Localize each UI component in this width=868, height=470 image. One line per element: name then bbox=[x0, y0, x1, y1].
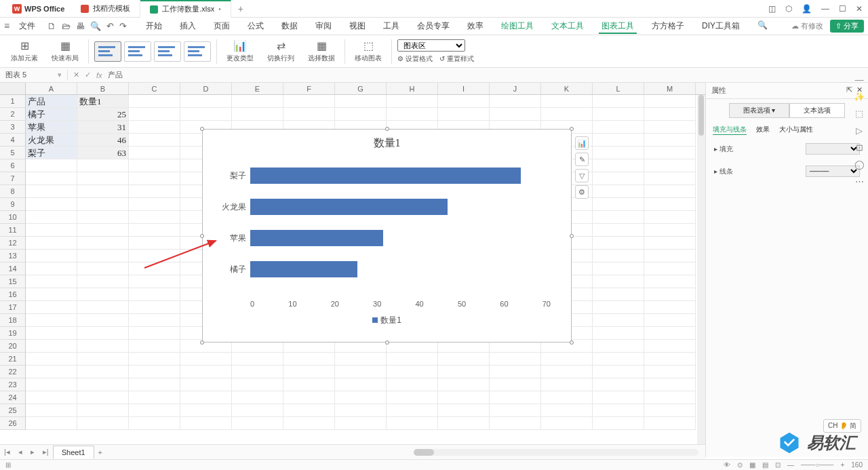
undo-icon[interactable]: ↶ bbox=[106, 21, 114, 31]
cell[interactable] bbox=[77, 301, 129, 314]
cell[interactable] bbox=[593, 159, 644, 172]
cell[interactable] bbox=[26, 288, 77, 301]
row-header[interactable]: 15 bbox=[0, 275, 25, 288]
vertical-scrollbar[interactable] bbox=[697, 95, 705, 457]
row-header[interactable]: 7 bbox=[0, 172, 25, 185]
cell[interactable] bbox=[77, 288, 129, 301]
zoom-slider[interactable]: ───○─── bbox=[801, 461, 834, 469]
chart-settings-icon[interactable]: ⚙ bbox=[575, 185, 589, 199]
row-header[interactable]: 17 bbox=[0, 301, 25, 314]
col-header[interactable]: E bbox=[232, 83, 283, 94]
menu-formula[interactable]: 公式 bbox=[245, 19, 267, 34]
cell[interactable] bbox=[490, 391, 541, 404]
row-header[interactable]: 21 bbox=[0, 353, 25, 366]
cell[interactable] bbox=[77, 250, 129, 262]
cell[interactable] bbox=[593, 327, 644, 340]
new-tab-button[interactable]: + bbox=[231, 3, 250, 14]
cell[interactable] bbox=[77, 275, 129, 288]
cell[interactable] bbox=[387, 366, 438, 378]
cell[interactable] bbox=[387, 108, 438, 121]
menu-ffgz[interactable]: 方方格子 bbox=[649, 19, 687, 34]
tab-template[interactable]: 找稻壳模板 bbox=[71, 0, 140, 18]
cell[interactable] bbox=[644, 185, 696, 198]
resize-handle[interactable] bbox=[570, 340, 574, 345]
chart-element-select[interactable]: 图表区 bbox=[397, 39, 465, 52]
cell[interactable] bbox=[232, 391, 283, 404]
cell[interactable] bbox=[644, 404, 696, 417]
cell[interactable] bbox=[232, 108, 283, 121]
cell[interactable] bbox=[644, 159, 696, 172]
cell[interactable] bbox=[129, 172, 180, 185]
cell[interactable] bbox=[438, 391, 490, 404]
row-header[interactable]: 3 bbox=[0, 121, 25, 134]
row-header[interactable]: 25 bbox=[0, 404, 25, 417]
cell[interactable]: 苹果 bbox=[26, 121, 77, 134]
cell[interactable] bbox=[77, 211, 129, 224]
cell[interactable] bbox=[232, 404, 283, 417]
resize-handle[interactable] bbox=[570, 234, 574, 238]
chart-bar[interactable] bbox=[250, 230, 383, 246]
menu-view[interactable]: 视图 bbox=[347, 19, 368, 34]
layout-icon[interactable]: ◫ bbox=[768, 4, 776, 14]
cell[interactable] bbox=[129, 146, 180, 159]
row-header[interactable]: 2 bbox=[0, 108, 25, 121]
col-header[interactable]: D bbox=[180, 83, 232, 94]
subtab-fill-line[interactable]: 填充与线条 bbox=[713, 125, 747, 135]
cloud-status[interactable]: ☁ 有修改 bbox=[791, 21, 823, 31]
sidebar-play-icon[interactable]: ▷ bbox=[856, 125, 863, 136]
cell[interactable] bbox=[129, 275, 180, 288]
chart-filters-icon[interactable]: ▽ bbox=[575, 169, 589, 182]
cell[interactable] bbox=[129, 314, 180, 327]
cell[interactable] bbox=[490, 95, 541, 108]
sheet-nav-prev[interactable]: ◂ bbox=[14, 448, 26, 456]
cell[interactable] bbox=[129, 340, 180, 353]
cell[interactable] bbox=[335, 353, 387, 366]
cell[interactable] bbox=[129, 250, 180, 262]
row-header[interactable]: 9 bbox=[0, 198, 25, 211]
cell[interactable] bbox=[644, 198, 696, 211]
cell[interactable] bbox=[644, 366, 696, 378]
cell[interactable] bbox=[26, 301, 77, 314]
cell[interactable] bbox=[644, 262, 696, 275]
cell[interactable] bbox=[180, 391, 232, 404]
row-header[interactable]: 19 bbox=[0, 327, 25, 340]
row-header[interactable]: 23 bbox=[0, 378, 25, 391]
cell[interactable] bbox=[644, 95, 696, 108]
chart-legend[interactable]: 数量1 bbox=[203, 315, 571, 326]
cell[interactable] bbox=[438, 404, 490, 417]
cell[interactable] bbox=[77, 262, 129, 275]
menu-review[interactable]: 审阅 bbox=[313, 19, 334, 34]
view-target-icon[interactable]: ⊙ bbox=[737, 461, 743, 469]
cell[interactable] bbox=[26, 353, 77, 366]
cell[interactable]: 橘子 bbox=[26, 108, 77, 121]
cell[interactable] bbox=[180, 417, 232, 430]
cell[interactable] bbox=[129, 95, 180, 108]
cell[interactable] bbox=[541, 108, 593, 121]
cell[interactable] bbox=[644, 172, 696, 185]
cell[interactable] bbox=[387, 404, 438, 417]
col-header[interactable]: M bbox=[644, 83, 696, 94]
preset-3[interactable] bbox=[154, 41, 181, 62]
menu-efficiency[interactable]: 效率 bbox=[465, 19, 486, 34]
cell[interactable] bbox=[593, 237, 644, 250]
row-header[interactable]: 20 bbox=[0, 340, 25, 353]
menu-tools[interactable]: 工具 bbox=[380, 19, 402, 34]
chart-plot[interactable]: 梨子火龙果苹果橘子 bbox=[250, 160, 551, 296]
cell[interactable]: 火龙果 bbox=[26, 134, 77, 146]
cell[interactable] bbox=[129, 159, 180, 172]
cell[interactable] bbox=[77, 378, 129, 391]
cell[interactable] bbox=[129, 404, 180, 417]
resize-handle[interactable] bbox=[385, 340, 389, 345]
row-header[interactable]: 4 bbox=[0, 134, 25, 146]
cell[interactable] bbox=[438, 366, 490, 378]
cell[interactable] bbox=[387, 391, 438, 404]
row-header[interactable]: 5 bbox=[0, 146, 25, 159]
cell[interactable]: 产品 bbox=[26, 95, 77, 108]
cell[interactable] bbox=[26, 185, 77, 198]
cells-grid[interactable]: 产品数量1橘子25苹果31火龙果46梨子63 数量1 梨子火龙果苹果橘子 010… bbox=[26, 95, 705, 430]
cell[interactable] bbox=[541, 391, 593, 404]
cell[interactable] bbox=[593, 134, 644, 146]
cell[interactable] bbox=[77, 391, 129, 404]
cell[interactable] bbox=[335, 108, 387, 121]
preset-1[interactable] bbox=[94, 41, 121, 62]
